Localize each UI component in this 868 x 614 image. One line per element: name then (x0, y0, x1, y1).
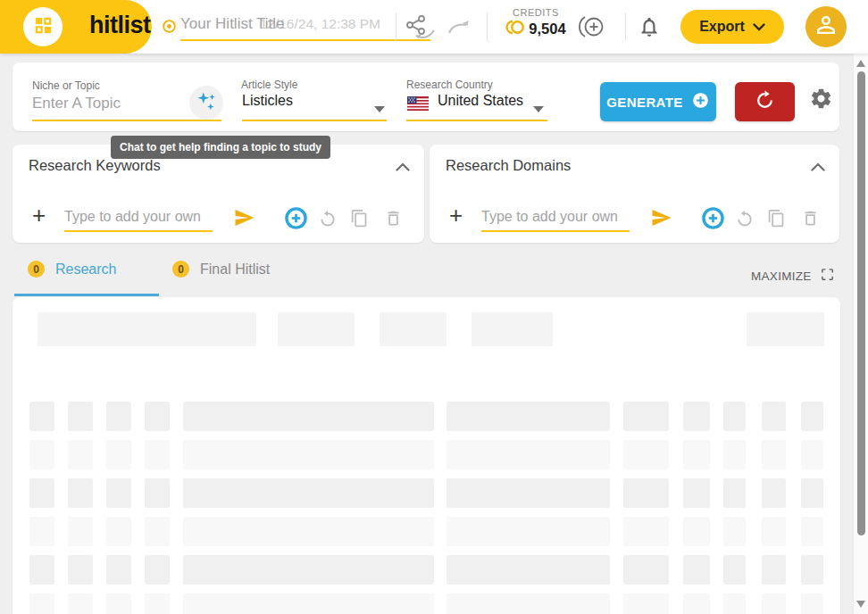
maximize-label: MAXIMIZE (751, 270, 812, 283)
skeleton-cell (723, 440, 746, 469)
skeleton-cell (683, 593, 710, 614)
skeleton-cell (623, 402, 669, 431)
panel-title: Research Keywords (29, 157, 161, 174)
skeleton-cell (183, 402, 434, 431)
skeleton-cell (723, 478, 746, 508)
skeleton-chip (278, 312, 355, 346)
app-logo[interactable] (23, 7, 63, 46)
hitlist-title-input[interactable] (180, 9, 430, 41)
topic-underline (32, 120, 221, 121)
skeleton-cell (723, 555, 746, 585)
tab-research[interactable]: 0 Research (28, 261, 116, 278)
undo-icon[interactable] (319, 210, 337, 231)
us-flag-icon (407, 96, 429, 114)
credits-value: 9,504 (529, 21, 565, 37)
country-select[interactable]: United States (406, 91, 547, 118)
hitlist-title-field: 12/16/24, 12:38 PM (180, 9, 430, 43)
skeleton-cell (801, 555, 823, 585)
tab-final-hitlist[interactable]: 0 Final Hitlist (172, 261, 270, 278)
plus-circle-icon[interactable] (701, 206, 725, 234)
skeleton-cell (623, 517, 669, 546)
send-icon[interactable] (232, 207, 256, 232)
share-icon[interactable] (404, 13, 439, 44)
research-count-badge: 0 (28, 261, 45, 278)
copy-icon[interactable] (350, 209, 369, 231)
skeleton-cell (68, 478, 93, 508)
credits-label: CREDITS (498, 7, 573, 18)
export-label: Export (699, 19, 745, 35)
gear-icon[interactable] (809, 87, 833, 114)
plus-circle-icon[interactable] (284, 206, 308, 234)
ai-topic-help-button[interactable] (189, 86, 223, 120)
skeleton-cell (447, 440, 610, 469)
active-tab-indicator (14, 294, 159, 296)
skeleton-cell (723, 517, 746, 546)
skeleton-chip (747, 312, 824, 346)
skeleton-cell (145, 440, 170, 469)
rotate-icon (754, 89, 776, 114)
skeleton-cell (183, 478, 434, 508)
tab-label: Research (55, 261, 116, 278)
topic-input[interactable] (32, 89, 202, 118)
skeleton-cell (106, 555, 131, 585)
skeleton-cell (68, 402, 93, 431)
skeleton-cell (106, 593, 131, 614)
scroll-down-arrow[interactable] (856, 601, 865, 608)
skeleton-cell (801, 440, 823, 469)
skeleton-cell (145, 517, 170, 546)
sparkles-icon (195, 89, 218, 116)
skeleton-row (13, 440, 840, 469)
skeleton-cell (29, 517, 54, 546)
person-icon (813, 12, 839, 42)
skeleton-chip (38, 312, 256, 346)
maximize-button[interactable]: MAXIMIZE (751, 267, 835, 285)
scrollbar-thumb[interactable] (857, 71, 865, 535)
skeleton-cell (29, 440, 54, 469)
copy-icon[interactable] (767, 209, 786, 231)
add-domain-button[interactable]: + (449, 203, 463, 227)
skeleton-row (13, 402, 840, 431)
undo-icon[interactable] (736, 210, 754, 231)
export-button[interactable]: Export (680, 10, 784, 44)
skeleton-cell (623, 440, 669, 469)
reset-button[interactable] (735, 82, 795, 121)
add-keyword-button[interactable]: + (32, 203, 46, 227)
skeleton-cell (683, 478, 710, 508)
skeleton-cell (801, 478, 823, 508)
skeleton-cell (183, 555, 434, 585)
add-credits-icon[interactable] (577, 12, 607, 45)
results-tabs: 0 Research 0 Final Hitlist MAXIMIZE (0, 254, 868, 297)
skeleton-row (13, 478, 840, 508)
skeleton-cell (183, 517, 434, 546)
skeleton-cell (762, 402, 786, 431)
keyword-input[interactable] (64, 203, 213, 232)
redo-icon[interactable] (447, 18, 472, 39)
bell-icon[interactable] (638, 15, 661, 42)
chevron-up-icon[interactable] (396, 159, 410, 175)
vertical-scrollbar[interactable] (853, 54, 868, 614)
plus-circle-icon (691, 91, 710, 112)
header-divider (396, 12, 396, 41)
skeleton-cell (29, 593, 54, 614)
chevron-up-icon[interactable] (811, 159, 825, 175)
skeleton-cell (723, 593, 746, 614)
domain-input[interactable] (481, 203, 630, 232)
skeleton-cell (762, 593, 786, 614)
skeleton-cell (723, 402, 746, 431)
scroll-up-arrow[interactable] (856, 60, 865, 67)
trash-icon[interactable] (384, 209, 403, 231)
avatar[interactable] (805, 6, 847, 47)
skeleton-cell (762, 478, 786, 508)
generate-label: GENERATE (606, 95, 682, 110)
research-keywords-panel: Research Keywords + (13, 145, 424, 243)
skeleton-row (13, 517, 840, 546)
generate-button[interactable]: GENERATE (600, 82, 716, 121)
article-style-select[interactable]: Listicles (242, 91, 387, 118)
article-style-value: Listicles (242, 93, 293, 109)
skeleton-cell (68, 593, 93, 614)
send-icon[interactable] (649, 207, 673, 232)
skeleton-cell (447, 593, 610, 614)
panel-title: Research Domains (446, 157, 571, 174)
article-style-underline (242, 120, 387, 121)
trash-icon[interactable] (801, 209, 820, 231)
